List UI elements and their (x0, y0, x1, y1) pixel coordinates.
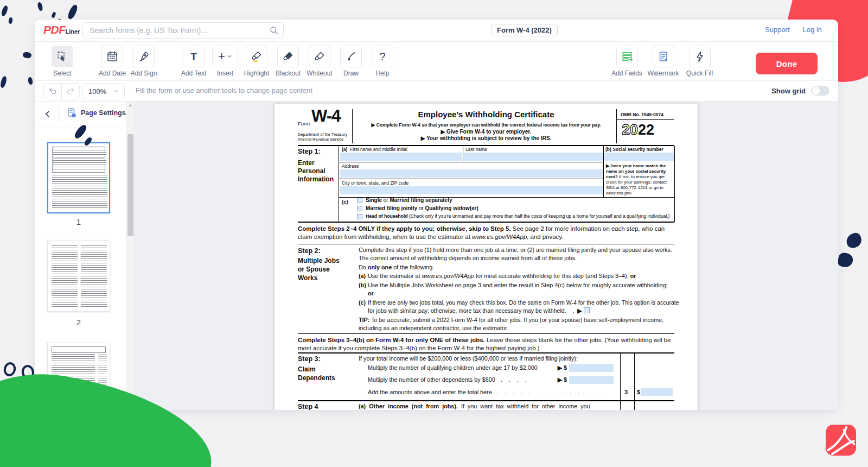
zoom-level-value: 100% (88, 87, 106, 96)
scrollbar-thumb[interactable] (127, 134, 133, 236)
step4-option-a: (a) Other income (not from jobs). If you… (359, 402, 673, 410)
step3-dollar-sign: $ (637, 389, 640, 395)
ssn-field[interactable] (604, 153, 674, 161)
form-bullet1: ▶ Complete Form W-4 so that your employe… (352, 122, 620, 128)
address-field[interactable] (340, 169, 603, 178)
first-name-field[interactable] (340, 153, 462, 161)
form-number: W-4 (311, 106, 340, 126)
head-of-household-checkbox[interactable] (357, 214, 362, 219)
step1-title3: Information (298, 175, 334, 183)
watermark-document-icon (658, 51, 669, 62)
single-option-label: Single or Married filing separately (366, 197, 452, 203)
redo-button[interactable] (62, 84, 79, 99)
last-name-field[interactable] (464, 153, 603, 161)
head-of-household-option-label: Head of household (Check only if you’re … (366, 213, 669, 219)
undo-icon (48, 87, 57, 96)
draw-button[interactable]: Draw (335, 46, 367, 77)
quick-fill-button[interactable]: Quick Fill (681, 46, 718, 77)
navy-blob (845, 231, 864, 249)
page-settings-button[interactable]: Page Settings (66, 108, 126, 118)
other-dependents-field[interactable] (569, 376, 614, 384)
login-link[interactable]: Log in (803, 26, 822, 34)
step1-title1: Enter (298, 159, 315, 167)
add-sign-button[interactable]: Add Sign (128, 46, 159, 77)
app-window: PDFLiner Form W-4 (2022) Support Log in (35, 20, 838, 410)
dept-line2: Internal Revenue Service (298, 137, 343, 142)
step2-option-a: (a)Use the estimator at www.irs.gov/W4Ap… (359, 272, 681, 280)
qualifying-children-field[interactable] (569, 364, 614, 372)
add-text-button[interactable]: T Add Text (178, 46, 209, 77)
w4-form-page: Form W-4 Department of the Treasury Inte… (275, 104, 698, 410)
ink-speck (0, 75, 8, 89)
ink-speck (1, 5, 9, 17)
pdfliner-logo[interactable]: PDFLiner (43, 23, 80, 36)
step2-do-only-one: Do only one of the following. (359, 263, 434, 272)
step1c-label: (c) (342, 199, 348, 205)
sub-toolbar: 100% Fill the form or use another tools … (35, 81, 838, 102)
search-input[interactable] (82, 22, 284, 39)
document-title-badge: Form W-4 (2022) (491, 24, 558, 36)
step3-total-field[interactable] (641, 388, 673, 396)
document-canvas: Form W-4 Department of the Treasury Inte… (135, 102, 838, 410)
search-icon[interactable] (270, 26, 278, 35)
support-link[interactable]: Support (765, 26, 790, 34)
step3-title1: Claim (298, 365, 316, 373)
step2-option-c: (c)If there are only two jobs total, you… (359, 299, 682, 314)
step2-title1: Multiple Jobs (298, 257, 340, 264)
toolbar-hint-text: Fill the form or use another tools to ch… (136, 86, 312, 94)
select-tool-button[interactable]: Select (47, 46, 78, 77)
ssn-label: (b) Social security number (605, 147, 663, 152)
dept-line1: Department of the Treasury (298, 132, 347, 137)
single-checkbox[interactable] (357, 198, 362, 203)
scroll-up-arrow-icon[interactable]: ▲ (127, 102, 134, 109)
highlight-button[interactable]: Highlight (241, 46, 272, 77)
married-jointly-checkbox[interactable] (357, 206, 362, 211)
pdfliner-app-logo (826, 425, 856, 456)
chevron-left-icon (43, 110, 52, 118)
ink-speck (28, 77, 33, 85)
step3-label: Step 3: (298, 355, 321, 363)
page-settings-label: Page Settings (81, 109, 126, 117)
ink-speck (67, 4, 79, 20)
page-settings-icon (66, 108, 77, 118)
chevron-down-icon (227, 54, 232, 59)
question-mark-icon: ? (379, 51, 385, 62)
step3-intro: If your total income will be $200,000 or… (359, 355, 578, 363)
form-year: 2022 (622, 122, 654, 138)
steps-2-4-note: Complete Steps 2–4 ONLY if they apply to… (298, 225, 674, 241)
page-1-thumbnail[interactable] (47, 142, 110, 213)
steps-3-4b-note: Complete Steps 3–4(b) on Form W-4 for on… (298, 336, 674, 352)
watermark-button[interactable]: Watermark (645, 46, 681, 77)
insert-button[interactable]: + Insert (209, 46, 241, 77)
step4-label: Step 4 (298, 403, 318, 410)
add-date-button[interactable]: Add Date (97, 46, 128, 77)
form-word: Form (298, 121, 310, 127)
step3-dependents-row: Multiply the number of other dependents … (368, 375, 614, 384)
two-jobs-checkbox[interactable] (584, 307, 590, 313)
calendar-icon (106, 51, 118, 62)
step2-paragraph: Complete this step if you (1) hold more … (359, 246, 672, 262)
sidebar-scrollbar[interactable]: ▲ ▼ (126, 102, 134, 410)
ink-ring (2, 361, 17, 378)
blackout-brush-icon (282, 51, 294, 62)
zoom-level-dropdown[interactable]: 100% (82, 83, 125, 99)
omb-number: OMB No. 1545-0074 (621, 112, 663, 117)
undo-button[interactable] (44, 84, 62, 99)
add-fields-button[interactable]: Add Fields (609, 46, 645, 77)
done-button[interactable]: Done (756, 53, 818, 74)
page-2-thumbnail[interactable] (47, 241, 110, 312)
step3-title2: Dependents (298, 374, 335, 382)
editor-toolbar: Select Add Date (35, 42, 838, 81)
whiteout-brush-icon (314, 51, 326, 62)
help-button[interactable]: ? Help (367, 46, 398, 77)
collapse-sidebar-button[interactable] (41, 108, 54, 121)
form-bullet2: ▶ Give Form W-4 to your employer. (352, 129, 620, 135)
whiteout-button[interactable]: Whiteout (304, 46, 335, 77)
ink-speck (8, 17, 13, 24)
city-field[interactable] (340, 186, 603, 194)
last-name-label: Last name (465, 147, 487, 152)
show-grid-toggle[interactable] (811, 86, 829, 96)
step3-total-row: Add the amounts above and enter the tota… (368, 388, 616, 397)
highlight-brush-icon (251, 51, 263, 62)
blackout-button[interactable]: Blackout (272, 46, 304, 77)
